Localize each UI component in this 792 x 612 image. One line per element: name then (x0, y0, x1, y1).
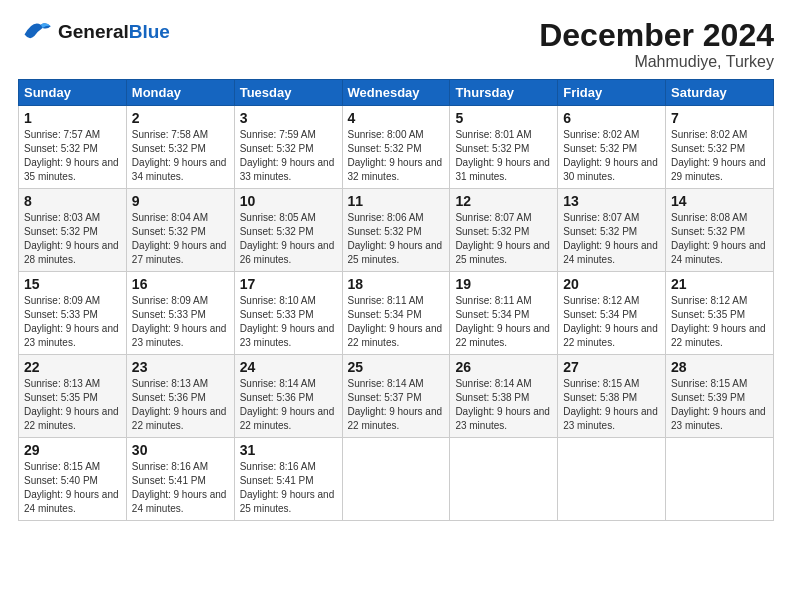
day-info: Sunrise: 8:07 AMSunset: 5:32 PMDaylight:… (563, 212, 658, 265)
day-info: Sunrise: 8:00 AMSunset: 5:32 PMDaylight:… (348, 129, 443, 182)
day-info: Sunrise: 7:57 AMSunset: 5:32 PMDaylight:… (24, 129, 119, 182)
day-cell: 24Sunrise: 8:14 AMSunset: 5:36 PMDayligh… (234, 355, 342, 438)
day-number: 25 (348, 359, 445, 375)
day-cell: 10Sunrise: 8:05 AMSunset: 5:32 PMDayligh… (234, 189, 342, 272)
week-row-1: 8Sunrise: 8:03 AMSunset: 5:32 PMDaylight… (19, 189, 774, 272)
day-number: 3 (240, 110, 337, 126)
day-cell: 16Sunrise: 8:09 AMSunset: 5:33 PMDayligh… (126, 272, 234, 355)
header-monday: Monday (126, 80, 234, 106)
month-title: December 2024 (539, 18, 774, 53)
day-info: Sunrise: 8:12 AMSunset: 5:34 PMDaylight:… (563, 295, 658, 348)
day-number: 31 (240, 442, 337, 458)
day-cell: 3Sunrise: 7:59 AMSunset: 5:32 PMDaylight… (234, 106, 342, 189)
day-number: 8 (24, 193, 121, 209)
day-cell: 15Sunrise: 8:09 AMSunset: 5:33 PMDayligh… (19, 272, 127, 355)
day-cell: 31Sunrise: 8:16 AMSunset: 5:41 PMDayligh… (234, 438, 342, 521)
day-cell: 19Sunrise: 8:11 AMSunset: 5:34 PMDayligh… (450, 272, 558, 355)
logo: GeneralBlue (18, 18, 170, 46)
day-number: 7 (671, 110, 768, 126)
day-number: 16 (132, 276, 229, 292)
day-info: Sunrise: 8:15 AMSunset: 5:38 PMDaylight:… (563, 378, 658, 431)
day-number: 5 (455, 110, 552, 126)
day-number: 15 (24, 276, 121, 292)
day-number: 23 (132, 359, 229, 375)
day-cell: 12Sunrise: 8:07 AMSunset: 5:32 PMDayligh… (450, 189, 558, 272)
day-info: Sunrise: 8:09 AMSunset: 5:33 PMDaylight:… (132, 295, 227, 348)
day-number: 21 (671, 276, 768, 292)
day-cell: 25Sunrise: 8:14 AMSunset: 5:37 PMDayligh… (342, 355, 450, 438)
week-row-3: 22Sunrise: 8:13 AMSunset: 5:35 PMDayligh… (19, 355, 774, 438)
day-info: Sunrise: 8:14 AMSunset: 5:38 PMDaylight:… (455, 378, 550, 431)
day-number: 29 (24, 442, 121, 458)
day-cell (342, 438, 450, 521)
day-cell (558, 438, 666, 521)
day-info: Sunrise: 8:16 AMSunset: 5:41 PMDaylight:… (240, 461, 335, 514)
day-cell: 27Sunrise: 8:15 AMSunset: 5:38 PMDayligh… (558, 355, 666, 438)
day-info: Sunrise: 8:02 AMSunset: 5:32 PMDaylight:… (671, 129, 766, 182)
title-block: December 2024 Mahmudiye, Turkey (539, 18, 774, 71)
day-number: 26 (455, 359, 552, 375)
header-thursday: Thursday (450, 80, 558, 106)
day-cell: 23Sunrise: 8:13 AMSunset: 5:36 PMDayligh… (126, 355, 234, 438)
day-info: Sunrise: 8:03 AMSunset: 5:32 PMDaylight:… (24, 212, 119, 265)
day-info: Sunrise: 8:16 AMSunset: 5:41 PMDaylight:… (132, 461, 227, 514)
day-info: Sunrise: 8:13 AMSunset: 5:36 PMDaylight:… (132, 378, 227, 431)
day-number: 24 (240, 359, 337, 375)
day-cell: 26Sunrise: 8:14 AMSunset: 5:38 PMDayligh… (450, 355, 558, 438)
day-info: Sunrise: 8:08 AMSunset: 5:32 PMDaylight:… (671, 212, 766, 265)
day-number: 19 (455, 276, 552, 292)
day-info: Sunrise: 8:12 AMSunset: 5:35 PMDaylight:… (671, 295, 766, 348)
day-info: Sunrise: 8:15 AMSunset: 5:39 PMDaylight:… (671, 378, 766, 431)
week-row-0: 1Sunrise: 7:57 AMSunset: 5:32 PMDaylight… (19, 106, 774, 189)
day-info: Sunrise: 8:07 AMSunset: 5:32 PMDaylight:… (455, 212, 550, 265)
logo-text: GeneralBlue (58, 22, 170, 43)
day-info: Sunrise: 8:02 AMSunset: 5:32 PMDaylight:… (563, 129, 658, 182)
day-cell: 1Sunrise: 7:57 AMSunset: 5:32 PMDaylight… (19, 106, 127, 189)
day-number: 20 (563, 276, 660, 292)
day-number: 13 (563, 193, 660, 209)
day-cell: 21Sunrise: 8:12 AMSunset: 5:35 PMDayligh… (666, 272, 774, 355)
header-sunday: Sunday (19, 80, 127, 106)
header-friday: Friday (558, 80, 666, 106)
header-saturday: Saturday (666, 80, 774, 106)
header-wednesday: Wednesday (342, 80, 450, 106)
day-info: Sunrise: 7:59 AMSunset: 5:32 PMDaylight:… (240, 129, 335, 182)
day-cell: 22Sunrise: 8:13 AMSunset: 5:35 PMDayligh… (19, 355, 127, 438)
day-info: Sunrise: 8:01 AMSunset: 5:32 PMDaylight:… (455, 129, 550, 182)
day-cell: 8Sunrise: 8:03 AMSunset: 5:32 PMDaylight… (19, 189, 127, 272)
day-number: 6 (563, 110, 660, 126)
day-cell: 29Sunrise: 8:15 AMSunset: 5:40 PMDayligh… (19, 438, 127, 521)
day-cell: 20Sunrise: 8:12 AMSunset: 5:34 PMDayligh… (558, 272, 666, 355)
day-cell: 18Sunrise: 8:11 AMSunset: 5:34 PMDayligh… (342, 272, 450, 355)
day-number: 12 (455, 193, 552, 209)
day-number: 9 (132, 193, 229, 209)
header-row: SundayMondayTuesdayWednesdayThursdayFrid… (19, 80, 774, 106)
day-cell: 11Sunrise: 8:06 AMSunset: 5:32 PMDayligh… (342, 189, 450, 272)
day-cell: 30Sunrise: 8:16 AMSunset: 5:41 PMDayligh… (126, 438, 234, 521)
day-number: 17 (240, 276, 337, 292)
day-info: Sunrise: 8:05 AMSunset: 5:32 PMDaylight:… (240, 212, 335, 265)
day-cell: 4Sunrise: 8:00 AMSunset: 5:32 PMDaylight… (342, 106, 450, 189)
day-info: Sunrise: 8:10 AMSunset: 5:33 PMDaylight:… (240, 295, 335, 348)
subtitle: Mahmudiye, Turkey (539, 53, 774, 71)
day-info: Sunrise: 7:58 AMSunset: 5:32 PMDaylight:… (132, 129, 227, 182)
day-number: 14 (671, 193, 768, 209)
week-row-4: 29Sunrise: 8:15 AMSunset: 5:40 PMDayligh… (19, 438, 774, 521)
week-row-2: 15Sunrise: 8:09 AMSunset: 5:33 PMDayligh… (19, 272, 774, 355)
day-info: Sunrise: 8:06 AMSunset: 5:32 PMDaylight:… (348, 212, 443, 265)
day-cell (450, 438, 558, 521)
day-cell: 6Sunrise: 8:02 AMSunset: 5:32 PMDaylight… (558, 106, 666, 189)
day-number: 4 (348, 110, 445, 126)
day-info: Sunrise: 8:15 AMSunset: 5:40 PMDaylight:… (24, 461, 119, 514)
day-cell: 7Sunrise: 8:02 AMSunset: 5:32 PMDaylight… (666, 106, 774, 189)
day-info: Sunrise: 8:14 AMSunset: 5:37 PMDaylight:… (348, 378, 443, 431)
day-number: 1 (24, 110, 121, 126)
day-number: 28 (671, 359, 768, 375)
header: GeneralBlue December 2024 Mahmudiye, Tur… (18, 18, 774, 71)
day-info: Sunrise: 8:13 AMSunset: 5:35 PMDaylight:… (24, 378, 119, 431)
day-info: Sunrise: 8:09 AMSunset: 5:33 PMDaylight:… (24, 295, 119, 348)
day-cell: 13Sunrise: 8:07 AMSunset: 5:32 PMDayligh… (558, 189, 666, 272)
day-cell: 9Sunrise: 8:04 AMSunset: 5:32 PMDaylight… (126, 189, 234, 272)
page: GeneralBlue December 2024 Mahmudiye, Tur… (0, 0, 792, 612)
day-info: Sunrise: 8:04 AMSunset: 5:32 PMDaylight:… (132, 212, 227, 265)
